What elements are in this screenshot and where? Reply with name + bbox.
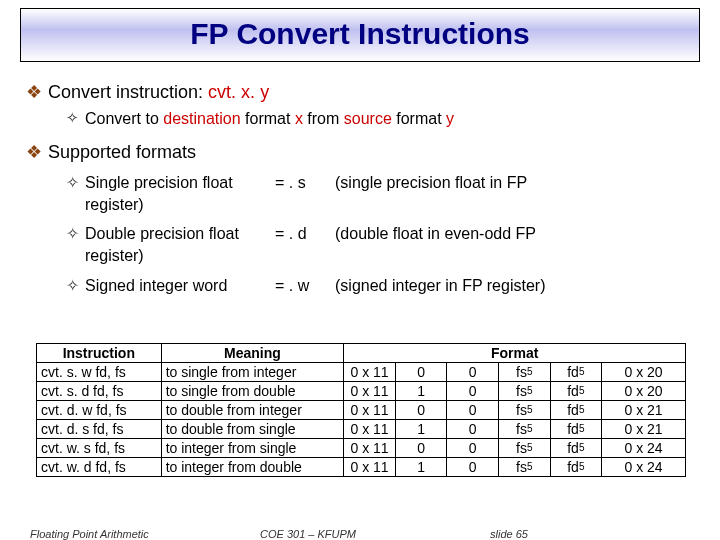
cell-f: 0 — [447, 458, 499, 477]
cell-f: 0 x 11 — [344, 420, 396, 439]
cell-f: fd5 — [550, 382, 602, 401]
cell-f: 0 — [447, 439, 499, 458]
t: Convert to — [85, 110, 163, 127]
cell-f: fs5 — [498, 458, 550, 477]
diamond-icon: ❖ — [26, 80, 42, 104]
t: register) — [85, 196, 144, 213]
cell-f: fd5 — [550, 439, 602, 458]
c3: (signed integer in FP register) — [335, 275, 694, 297]
cell-meaning: to single from integer — [161, 363, 344, 382]
cell-f: 0 x 11 — [344, 401, 396, 420]
cell-f: 0 x 24 — [602, 458, 686, 477]
cell-f: fs5 — [498, 401, 550, 420]
text: x — [241, 82, 250, 102]
slide-footer: Floating Point Arithmetic COE 301 – KFUP… — [0, 528, 720, 540]
diamond-open-icon: ✧ — [66, 172, 79, 194]
format-row: ✧ Double precision float register) = . d… — [66, 223, 694, 266]
cell-f: 1 — [395, 382, 447, 401]
cell-meaning: to double from single — [161, 420, 344, 439]
th-format: Format — [344, 344, 686, 363]
cell-f: 0 x 24 — [602, 439, 686, 458]
t: Single precision float — [85, 174, 233, 191]
t: Double precision float — [85, 225, 239, 242]
sub-bullet-convert: ✧ Convert to destination format x from s… — [66, 108, 694, 130]
cell-f: fs5 — [498, 439, 550, 458]
cell-op: cvt. s. d fd, fs — [37, 382, 162, 401]
text: y — [260, 82, 269, 102]
instruction-table: Instruction Meaning Format cvt. s. w fd,… — [36, 343, 686, 477]
table-row: cvt. s. w fd, fsto single from integer0 … — [37, 363, 686, 382]
cell-f: 0 — [447, 382, 499, 401]
table-row: cvt. d. w fd, fsto double from integer0 … — [37, 401, 686, 420]
footer-center: COE 301 – KFUPM — [260, 528, 420, 540]
cell-f: 0 x 20 — [602, 382, 686, 401]
text: cvt. x. y — [208, 82, 269, 102]
slide-body: ❖ Convert instruction: cvt. x. y ✧ Conve… — [0, 70, 720, 296]
cell-f: 0 — [447, 420, 499, 439]
format-row: ✧ Single precision float register) = . s… — [66, 172, 694, 215]
t: source — [344, 110, 392, 127]
c1: Signed integer word — [85, 275, 275, 297]
c3: (single precision float in FP — [335, 172, 694, 194]
cell-f: 0 x 11 — [344, 363, 396, 382]
cell-f: fs5 — [498, 420, 550, 439]
bullet-text: Supported formats — [48, 140, 196, 164]
th-meaning: Meaning — [161, 344, 344, 363]
cell-op: cvt. d. s fd, fs — [37, 420, 162, 439]
cell-f: 0 — [447, 363, 499, 382]
cell-f: 0 — [395, 363, 447, 382]
cell-f: 1 — [395, 458, 447, 477]
table-row: cvt. s. d fd, fsto single from double0 x… — [37, 382, 686, 401]
c3: (double float in even-odd FP — [335, 223, 694, 245]
cell-f: fs5 — [498, 382, 550, 401]
cell-meaning: to single from double — [161, 382, 344, 401]
cell-f: 0 — [395, 439, 447, 458]
c2: = . s — [275, 172, 335, 194]
cell-meaning: to integer from double — [161, 458, 344, 477]
cell-f: 0 x 11 — [344, 382, 396, 401]
table-body: cvt. s. w fd, fsto single from integer0 … — [37, 363, 686, 477]
t: destination — [163, 110, 240, 127]
cell-f: 0 — [395, 401, 447, 420]
cell-f: fd5 — [550, 420, 602, 439]
text: . — [231, 82, 241, 102]
bullet-text: Convert instruction: cvt. x. y — [48, 80, 269, 104]
cell-f: 0 x 21 — [602, 401, 686, 420]
cell-f: fd5 — [550, 401, 602, 420]
c1: Single precision float register) — [85, 172, 275, 215]
cell-meaning: to integer from single — [161, 439, 344, 458]
cell-op: cvt. s. w fd, fs — [37, 363, 162, 382]
slide-title: FP Convert Instructions — [190, 17, 530, 50]
bullet-convert: ❖ Convert instruction: cvt. x. y — [26, 80, 694, 104]
table-row: cvt. w. d fd, fsto integer from double0 … — [37, 458, 686, 477]
th-instruction: Instruction — [37, 344, 162, 363]
slide-title-box: FP Convert Instructions — [20, 8, 700, 62]
cell-meaning: to double from integer — [161, 401, 344, 420]
table-row: cvt. w. s fd, fsto integer from single0 … — [37, 439, 686, 458]
cell-f: fs5 — [498, 363, 550, 382]
bullet-supported: ❖ Supported formats — [26, 140, 694, 164]
c2: = . w — [275, 275, 335, 297]
cell-f: fd5 — [550, 363, 602, 382]
cell-f: 0 x 11 — [344, 439, 396, 458]
cell-op: cvt. w. d fd, fs — [37, 458, 162, 477]
cell-f: 0 — [447, 401, 499, 420]
text: . — [250, 82, 260, 102]
cell-op: cvt. d. w fd, fs — [37, 401, 162, 420]
t: x — [295, 110, 303, 127]
diamond-open-icon: ✧ — [66, 108, 79, 128]
table-header-row: Instruction Meaning Format — [37, 344, 686, 363]
cell-f: 1 — [395, 420, 447, 439]
t: y — [446, 110, 454, 127]
footer-right: slide 65 — [490, 528, 610, 540]
table-row: cvt. d. s fd, fsto double from single0 x… — [37, 420, 686, 439]
cell-op: cvt. w. s fd, fs — [37, 439, 162, 458]
diamond-icon: ❖ — [26, 140, 42, 164]
diamond-open-icon: ✧ — [66, 275, 79, 297]
cell-f: fd5 — [550, 458, 602, 477]
cell-f: 0 x 20 — [602, 363, 686, 382]
c1: Double precision float register) — [85, 223, 275, 266]
text: Convert to destination format x from sou… — [85, 108, 454, 130]
footer-left: Floating Point Arithmetic — [30, 528, 190, 540]
t: from — [303, 110, 344, 127]
